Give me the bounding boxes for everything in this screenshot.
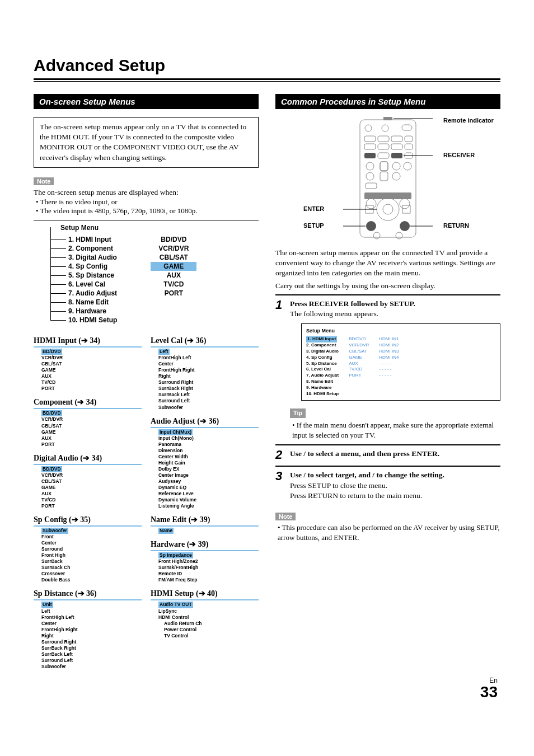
step-1-text: The following menu appears. [290,309,378,318]
intro-text: The on-screen setup menus appear only on… [40,123,246,162]
subsection-head: Sp Distance (➔ 36) [34,589,142,598]
subsection-item: Surround Right [158,379,259,386]
subsection-list: Input Ch(Mux)Input Ch(Mono)PanoramaDimen… [151,427,259,510]
subcol-left: HDMI Input (➔ 34)BD/DVDVCR/DVRCBL/SATGAM… [34,330,142,670]
step-3-c: Press RETURN to return to the main menu. [290,491,422,500]
step-1: 1 Press RECEIVER followed by SETUP. The … [275,294,500,444]
svg-rect-1 [383,117,392,120]
onscreen-item: 4. Sp Config [306,355,339,361]
subsection-item: Center [158,361,259,367]
onscreen-item: VCR/DVR [349,342,369,349]
note-label-bottom: Note [275,513,296,520]
subsection-item: Surround [41,546,142,552]
onscreen-col1: 1. HDMI Input2. Component3. Digital Audi… [306,336,339,397]
bottom-note: This procedure can also be performed on … [278,523,500,542]
subsection-item: CBL/SAT [41,361,142,367]
svg-rect-14 [378,153,389,158]
menu-item: 8. Name Edit [56,298,117,307]
subsection-item: Center Width [158,454,259,460]
svg-point-20 [392,162,400,170]
label-receiver: RECEIVER [443,152,475,158]
subsection-item: Name [158,528,174,534]
label-setup: SETUP [303,222,324,229]
subsection-item: Input Ch(Mux) [158,429,193,435]
onscreen-menu: Setup Menu 1. HDMI Input2. Component3. D… [301,323,500,401]
subsection-item: BD/DVD [41,410,62,416]
svg-rect-13 [364,153,376,158]
subsection-item: Panorama [158,442,259,448]
step-3-b: Press SETUP to close the menu. [290,481,387,490]
onscreen-item: HDMI IN2 [379,342,399,349]
menu-item: 1. HDMI Input [56,235,117,244]
note-bullet: There is no video input, or [36,198,259,206]
menu-item: 10. HDMI Setup [56,316,117,325]
subsection-list: UnitLeftFrontHigh LeftCenterFrontHigh Ri… [34,599,142,670]
subsection-list: Audio TV OUTLipSyncHDMI ControlAudio Ret… [151,599,259,638]
subsection-item: SurrBack Right [158,386,259,392]
subsection-item: Front [41,534,142,540]
onscreen-item: 7. Audio Adjust [306,373,339,379]
svg-point-35 [373,232,380,239]
right-column: Common Procedures in Setup Menu [275,94,500,670]
subsection-item: CBL/SAT [41,423,142,429]
subsection-item: Remote ID [158,571,259,577]
menu-item: 5. Sp Distance [56,271,117,280]
onscreen-item: - - - - - [379,367,399,373]
menu-value: PORT [151,289,196,298]
subsection-item: GAME [41,367,142,373]
subsection-list: Name [151,525,259,534]
subsection-item: FrontHigh Right [158,367,259,373]
label-remote-indicator: Remote indicator [443,117,494,124]
svg-point-3 [382,125,388,132]
page-title: Advanced Setup [34,56,500,75]
subsection-item: FrontHigh Right [41,627,142,633]
subsection-item: SurrBack Left [158,392,259,398]
menu-item: 9. Hardware [56,307,117,316]
svg-rect-6 [378,136,389,142]
subsection-item: Front High/Zone2 [158,558,259,565]
subsection-item: VCR/DVR [41,355,142,361]
subsection-item: AUX [41,491,142,497]
note-intro: The on-screen setup menus are displayed … [34,187,259,198]
subsection-item: PORT [41,442,142,448]
subsection-item: PORT [41,503,142,509]
steps: 1 Press RECEIVER followed by SETUP. The … [275,294,500,505]
menu-value: CBL/SAT [151,253,196,262]
subsection-item: CBL/SAT [41,478,142,485]
svg-point-17 [366,162,374,170]
subsection-item: VCR/DVR [41,472,142,478]
remote-diagram: Remote indicator RECEIVER ENTER SETUP RE… [275,117,500,240]
svg-point-30 [383,204,393,214]
note-label: Note [34,177,54,185]
subsection-item: Reference Leve [158,491,259,497]
menu-item: 3. Digital Audio [56,253,117,262]
onscreen-title: Setup Menu [306,327,495,334]
menu-value: TV/CD [151,280,196,289]
subsection-head: Audio Adjust (➔ 36) [151,416,259,426]
section-heading-right: Common Procedures in Setup Menu [275,94,500,109]
onscreen-item: 2. Component [306,342,339,349]
subsection-item: SurrBack [41,558,142,565]
subsection-item: FrontHigh Left [41,614,142,621]
subsection-item: Center Image [158,472,259,478]
subsection-item: Surround Left [158,398,259,404]
rule [34,81,500,82]
svg-point-36 [396,232,402,239]
svg-point-33 [366,221,376,231]
left-column: On-screen Setup Menus The on-screen setu… [34,94,259,670]
step-number: 3 [275,470,290,501]
svg-rect-7 [391,136,402,142]
onscreen-item: 3. Digital Audio [306,349,339,355]
svg-point-24 [392,172,400,180]
subsection-item: Unit [41,602,53,608]
svg-point-34 [400,221,410,231]
subsection-item: PORT [41,386,142,392]
subsection-item: HDMI Control [158,614,259,621]
subsection-item: Audio TV OUT [158,602,193,608]
subsection-list: Sp ImpedanceFront High/Zone2SurrBk/Front… [151,550,259,583]
svg-rect-12 [405,144,413,149]
subsection-item: VCR/DVR [41,416,142,422]
subsection-item: Surround Right [41,639,142,645]
subsection-item: AUX [41,435,142,442]
onscreen-item: HDMI IN4 [379,355,399,361]
